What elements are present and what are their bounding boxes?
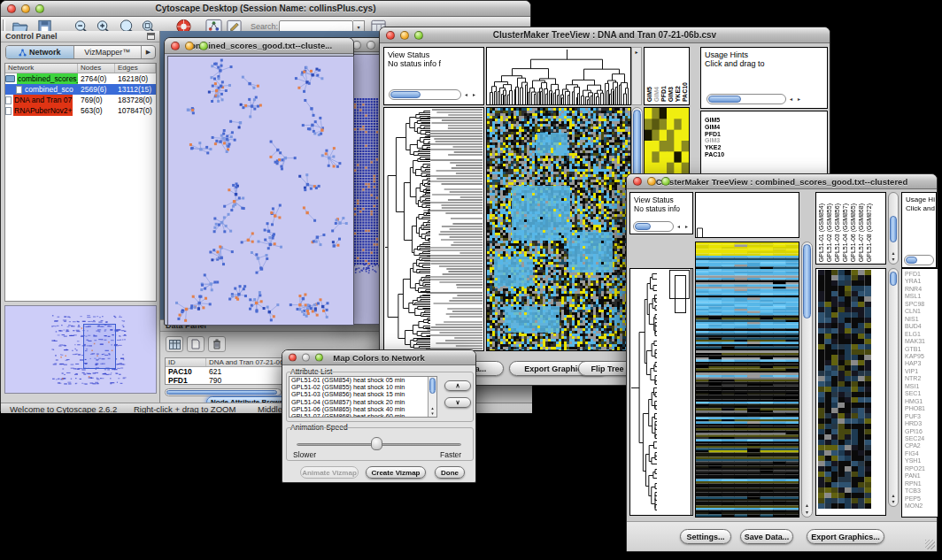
gene-row-label[interactable]: MAK31 (905, 338, 938, 345)
close-icon[interactable] (386, 31, 395, 40)
tv2-titlebar[interactable]: ClusterMaker TreeView : combined_scores_… (627, 174, 937, 189)
close-icon[interactable] (171, 42, 180, 50)
scrollbar-thumb[interactable] (166, 390, 277, 395)
main-titlebar[interactable]: Cytoscape Desktop (Session Name: collins… (1, 1, 530, 17)
network-table-row[interactable]: combined_sco 2569(6) 13112(15) (5, 84, 156, 95)
scrollbar-thumb[interactable] (890, 216, 897, 242)
tv1-scroll-strip[interactable]: ▸ (631, 47, 642, 105)
zoom-window-icon[interactable] (661, 177, 670, 186)
tv2-save-data-button[interactable]: Save Data... (740, 529, 793, 544)
scrollbar-thumb[interactable] (390, 91, 421, 98)
gene-row-label[interactable]: RPN1 (905, 480, 938, 487)
scroll-right-icon[interactable]: ▸ (796, 96, 802, 102)
array-column-label[interactable]: GPL51-08 (GSM872) (866, 203, 872, 262)
col-edges[interactable]: Edges (115, 64, 156, 73)
close-icon[interactable] (633, 177, 642, 186)
tv1-heatmap-canvas[interactable] (487, 108, 630, 350)
tv2-zoom-heatmap-canvas[interactable] (818, 270, 871, 509)
gene-row-label[interactable]: SEC24 (905, 435, 938, 442)
gene-row-label[interactable]: HAP3 (905, 360, 938, 367)
gene-row-label[interactable]: BUD4 (905, 323, 938, 330)
move-up-button[interactable]: ∧ (444, 380, 471, 391)
gene-row-label[interactable]: YKE2 (705, 144, 724, 151)
gene-row-label[interactable]: CLN1 (905, 308, 938, 315)
gene-column-label[interactable]: GIM5 (646, 87, 652, 102)
scrollbar-thumb[interactable] (635, 223, 651, 230)
gene-row-label[interactable]: MON2 (905, 502, 938, 510)
gene-row-label[interactable]: FIG4 (905, 450, 938, 457)
dialog-titlebar[interactable]: Map Colors to Network (282, 350, 475, 365)
tv1-column-dendrogram-canvas[interactable] (487, 48, 630, 104)
gene-row-label[interactable]: NIS1 (905, 316, 938, 323)
attribute-column-header[interactable]: DNA and Tran 07-21-06 (206, 358, 284, 366)
tv1-status-scrollbar[interactable]: ◂ ▸ (389, 88, 477, 100)
array-column-label[interactable]: GPL51-07 (GSM868) (858, 203, 864, 262)
gene-row-label[interactable]: PHO81 (905, 405, 938, 412)
scroll-left-icon[interactable]: ◂ (788, 96, 794, 102)
gene-row-label[interactable]: YSH1 (905, 457, 938, 464)
gene-column-label[interactable]: YKE2 (675, 86, 681, 102)
tv2-heatmap-canvas[interactable] (696, 242, 799, 517)
scroll-right-icon[interactable]: ▸ (471, 91, 477, 97)
tv2-column-dendrogram-canvas[interactable] (696, 193, 799, 237)
gene-row-label[interactable]: GIM4 (705, 124, 724, 131)
minimize-icon[interactable] (647, 177, 656, 186)
gene-row-label[interactable]: CPA2 (905, 442, 938, 449)
tab-vizmapper[interactable]: VizMapper™ (74, 46, 143, 58)
done-button[interactable]: Done (435, 466, 465, 479)
attribute-table-row[interactable]: PFD1 790 (166, 376, 284, 385)
gene-row-label[interactable]: SEC1 (905, 390, 938, 397)
attribute-table-row[interactable]: PAC10 621 (166, 367, 284, 376)
tv1-row-dendrogram-panel[interactable] (383, 107, 484, 351)
delete-attribute-trash-icon[interactable] (208, 336, 226, 352)
gene-row-label[interactable]: ELG1 (905, 331, 938, 338)
close-icon[interactable] (289, 354, 297, 362)
zoom-window-icon[interactable] (414, 31, 423, 40)
new-attribute-icon[interactable] (187, 336, 205, 352)
gene-row-label[interactable]: MSI1 (905, 383, 938, 390)
scroll-up-icon[interactable]: ▴ (889, 250, 898, 257)
zoom-window-icon[interactable] (315, 354, 323, 362)
network-table-row[interactable]: DNA and Tran 07 769(0) 183728(0) (5, 95, 156, 105)
col-nodes[interactable]: Nodes (78, 64, 115, 73)
gene-row-label[interactable]: HRD3 (905, 420, 938, 427)
gene-row-label[interactable]: YRA1 (905, 278, 938, 285)
scroll-down-icon[interactable]: ▾ (889, 499, 898, 505)
attribute-list-scrollbar[interactable]: ▴ ▾ (428, 377, 436, 417)
network-clusters-canvas[interactable] (167, 56, 354, 326)
gene-row-label[interactable]: GIM3 (705, 137, 724, 144)
move-down-button[interactable]: ∨ (444, 397, 471, 408)
network-overview-canvas[interactable] (5, 306, 156, 393)
tv2-export-graphics-button[interactable]: Export Graphics... (807, 529, 884, 544)
scroll-down-icon[interactable]: ▾ (429, 410, 436, 416)
tv2-settings-button[interactable]: Settings... (680, 529, 731, 544)
tv2-row-dendrogram-canvas[interactable] (630, 269, 692, 515)
zoom-window-icon[interactable] (199, 42, 208, 50)
tv2-zoom-vscrollbar[interactable]: ▴ ▾ (888, 268, 899, 507)
tv1-heatmap-panel[interactable] (486, 107, 631, 351)
gene-row-label[interactable]: NTR2 (905, 375, 938, 382)
attribute-list-item[interactable]: GPL51-07 (GSM868) heat shock 60 min (291, 413, 436, 418)
animate-vizmap-button[interactable]: Animate Vizmap (300, 466, 359, 479)
gene-row-label[interactable]: PFD1 (705, 131, 724, 138)
gene-column-label[interactable]: GIM3 (668, 87, 674, 102)
scroll-right-icon[interactable]: ▸ (635, 50, 637, 55)
data-panel-hscrollbar[interactable] (165, 388, 282, 396)
array-column-label[interactable]: GPL51-06 (GSM865) (850, 203, 856, 262)
tv2-column-dendrogram-panel[interactable] (695, 192, 799, 238)
gene-row-label[interactable]: GTB1 (905, 346, 938, 353)
tv2-heatmap-panel[interactable] (695, 242, 799, 518)
gene-row-label[interactable]: PUF3 (905, 413, 938, 420)
tv2-zoom-heatmap-panel[interactable] (815, 268, 886, 516)
array-column-label[interactable]: GPL51-02 (GSM855) (826, 203, 832, 262)
zoom-window-icon[interactable] (35, 4, 44, 13)
tv1-row-dendrogram-canvas[interactable] (384, 108, 483, 350)
gene-column-label[interactable]: GIM4 (653, 87, 660, 102)
tv2-status-scrollbar[interactable]: ◂ ▸ (633, 220, 690, 232)
gene-row-label[interactable]: SPC98 (905, 301, 938, 308)
scroll-down-icon[interactable]: ▾ (802, 510, 812, 516)
scroll-up-icon[interactable]: ▴ (889, 493, 898, 499)
gene-row-label[interactable]: GPI16 (905, 428, 938, 435)
scrollbar-thumb[interactable] (429, 378, 436, 394)
scrollbar-thumb[interactable] (708, 96, 741, 103)
